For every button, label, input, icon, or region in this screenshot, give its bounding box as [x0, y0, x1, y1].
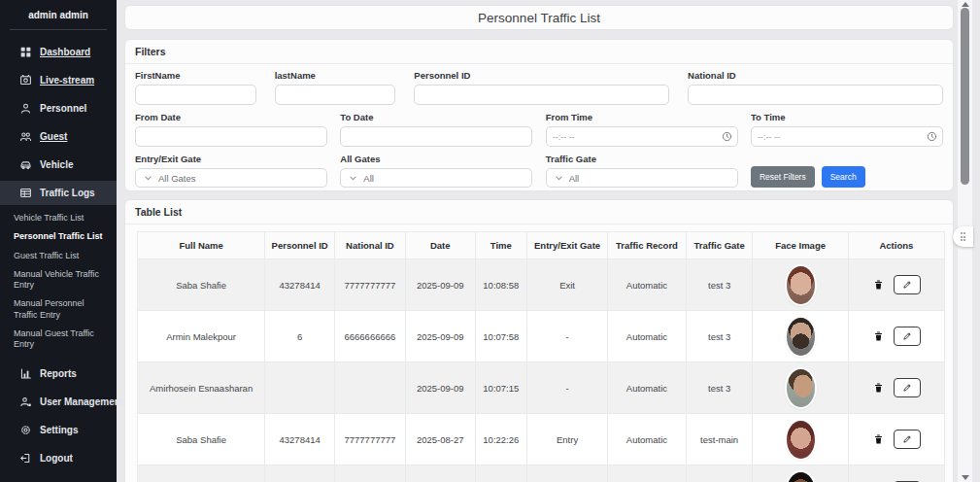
- scroll-up-arrow[interactable]: [962, 2, 969, 7]
- to-time-input[interactable]: [751, 126, 943, 147]
- cell-traffic-gate: test-main: [686, 414, 753, 465]
- clock-icon: [722, 131, 732, 142]
- sidebar-item-label: Traffic Logs: [40, 188, 95, 198]
- sidebar-item-label: Settings: [40, 425, 78, 435]
- vehicle-icon: [19, 158, 32, 171]
- trash-icon: [873, 330, 884, 342]
- sidebar-item-user-management[interactable]: User Management: [0, 388, 117, 416]
- sidebar-item-dashboard[interactable]: Dashboard: [0, 38, 117, 66]
- sidebar-subitem-vehicle-traffic-list[interactable]: Vehicle Traffic List: [0, 209, 117, 227]
- title-bar: Personnel Traffic List: [124, 5, 954, 30]
- sidebar-subitem-manual-guest-traffic-entry[interactable]: Manual Guest Traffic Entry: [0, 325, 117, 355]
- col-traffic-gate: Traffic Gate: [686, 232, 753, 259]
- col-time: Time: [475, 232, 526, 259]
- cell-personnel-id: 43278414: [265, 259, 335, 311]
- sidebar-item-live-stream[interactable]: Live-stream: [0, 66, 117, 94]
- cell-face-image: [753, 414, 848, 465]
- cell-time: 10:22:26: [475, 414, 526, 465]
- from-time-label: From Time: [546, 112, 738, 122]
- cell-traffic-gate: test 3: [686, 311, 753, 362]
- delete-button[interactable]: [871, 431, 886, 447]
- cell-time: 10:07:58: [475, 311, 526, 362]
- cell-gate: -: [527, 362, 608, 414]
- last-name-label: lastName: [275, 70, 396, 81]
- cell-actions: [848, 259, 944, 311]
- face-avatar: [787, 318, 815, 356]
- cell-time: 11:56:50: [475, 465, 526, 482]
- user-management-icon: [19, 396, 32, 408]
- sidebar-item-reports[interactable]: Reports: [0, 360, 117, 388]
- grip-dots-icon: [961, 232, 966, 241]
- face-avatar: [787, 421, 815, 459]
- delete-button[interactable]: [871, 277, 886, 293]
- face-avatar: [787, 472, 815, 482]
- pencil-icon: [902, 280, 912, 290]
- cell-personnel-id: 43278414: [265, 414, 335, 465]
- edit-button[interactable]: [894, 327, 921, 346]
- to-date-label: To Date: [340, 112, 532, 122]
- all-gates-select[interactable]: All: [340, 168, 532, 188]
- first-name-input[interactable]: [135, 85, 256, 105]
- cell-traffic-gate: test-main: [686, 465, 753, 482]
- cell-personnel-id: 6: [265, 311, 335, 362]
- sidebar-item-settings[interactable]: Settings: [0, 416, 117, 444]
- to-date-input[interactable]: [340, 126, 532, 147]
- sidebar-item-traffic-logs[interactable]: Traffic Logs: [0, 181, 117, 205]
- table-section-title: Table List: [125, 200, 953, 224]
- filters-section-title: Filters: [125, 40, 953, 64]
- cell-gate: Exit: [527, 259, 608, 311]
- cell-gate: Entry: [527, 465, 608, 482]
- reset-filters-button[interactable]: Reset Filters: [751, 166, 815, 188]
- cell-face-image: [753, 465, 848, 482]
- table-row: Armin Malekpour 6 6666666666 2025-09-09 …: [138, 311, 945, 362]
- last-name-input[interactable]: [275, 85, 396, 105]
- cell-time: 10:08:58: [475, 259, 526, 311]
- personnel-id-input[interactable]: [414, 85, 669, 105]
- sidebar-item-logout[interactable]: Logout: [0, 444, 117, 472]
- sidebar-subitem-manual-personnel-traffic-entry[interactable]: Manual Personnel Traffic Entry: [0, 294, 105, 325]
- entry-exit-gate-select[interactable]: All Gates: [135, 168, 327, 188]
- trash-icon: [873, 279, 884, 291]
- table-row: Unknown Unknown 2025-08-25 11:56:50 Entr…: [138, 465, 945, 482]
- sidebar-subitem-manual-vehicle-traffic-entry[interactable]: Manual Vehicle Traffic Entry: [0, 265, 117, 295]
- face-avatar: [787, 266, 815, 304]
- edit-button[interactable]: [894, 275, 921, 294]
- drag-handle-widget[interactable]: [953, 226, 973, 247]
- cell-date: 2025-09-09: [405, 311, 475, 362]
- edit-button[interactable]: [894, 378, 921, 397]
- national-id-input[interactable]: [688, 85, 943, 105]
- sidebar-item-personnel[interactable]: Personnel: [0, 94, 117, 122]
- filters-panel: Filters FirstName lastName Personnel ID …: [124, 39, 954, 191]
- cell-time: 10:07:15: [475, 362, 526, 414]
- edit-button[interactable]: [894, 430, 921, 449]
- from-date-input[interactable]: [135, 126, 327, 147]
- traffic-logs-icon: [19, 187, 32, 199]
- live-stream-icon: [19, 74, 32, 86]
- page-title: Personnel Traffic List: [478, 11, 600, 25]
- cell-record: Automatic: [608, 259, 687, 311]
- face-avatar: [787, 369, 815, 407]
- sidebar-item-label: Logout: [40, 453, 73, 464]
- scrollbar-thumb[interactable]: [961, 8, 969, 185]
- from-time-input[interactable]: [546, 126, 738, 147]
- traffic-gate-label: Traffic Gate: [546, 154, 738, 164]
- cell-traffic-gate: test 3: [686, 259, 753, 311]
- cell-full-name: Armin Malekpour: [138, 311, 265, 362]
- delete-button[interactable]: [871, 380, 886, 396]
- search-button[interactable]: Search: [822, 166, 865, 188]
- chevron-down-icon: [144, 174, 152, 183]
- divider: [10, 29, 107, 30]
- sidebar-subitem-personnel-traffic-list[interactable]: Personnel Traffic List: [0, 227, 117, 246]
- user-name: admin admin: [0, 0, 117, 29]
- cell-actions: [848, 362, 944, 414]
- sidebar-subitem-guest-traffic-list[interactable]: Guest Traffic List: [0, 247, 117, 265]
- scroll-down-arrow[interactable]: [962, 475, 969, 480]
- sidebar-item-guest[interactable]: Guest: [0, 122, 117, 151]
- cell-date: 2025-09-09: [405, 259, 475, 311]
- cell-traffic-gate: test 3: [686, 362, 753, 414]
- sidebar-item-label: Reports: [40, 368, 77, 379]
- traffic-gate-select[interactable]: All: [546, 168, 738, 188]
- cell-full-name: Amirhosein Esnaasharan: [138, 362, 265, 414]
- sidebar-item-vehicle[interactable]: Vehicle: [0, 151, 117, 179]
- delete-button[interactable]: [871, 328, 886, 344]
